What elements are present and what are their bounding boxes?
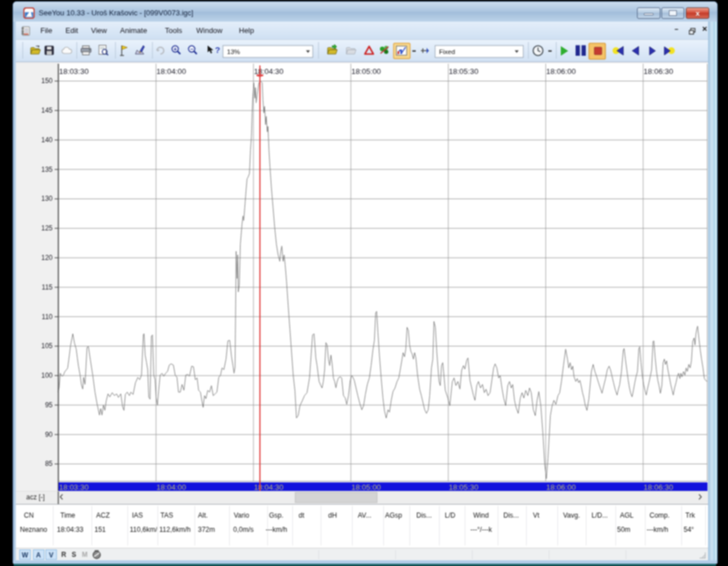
svg-text:110: 110 — [42, 313, 52, 321]
svg-text:85: 85 — [45, 460, 53, 468]
svg-text:13%: 13% — [227, 48, 240, 55]
svg-text:?: ? — [215, 45, 220, 55]
svg-text:18:05:00: 18:05:00 — [351, 67, 381, 76]
svg-text:18:03:30: 18:03:30 — [59, 483, 89, 491]
svg-text:18:06:30: 18:06:30 — [644, 67, 673, 76]
svg-text:135: 135 — [41, 166, 52, 173]
svg-text:18:04:30: 18:04:30 — [254, 483, 283, 491]
svg-text:140: 140 — [41, 136, 52, 144]
svg-text:acz [-]: acz [-] — [26, 493, 45, 501]
svg-text:125: 125 — [41, 224, 52, 232]
svg-text:120: 120 — [41, 254, 52, 262]
svg-text:18:03:30: 18:03:30 — [59, 67, 89, 76]
svg-text:18:06:00: 18:06:00 — [546, 67, 576, 76]
svg-text:+: + — [173, 46, 177, 52]
svg-text:105: 105 — [41, 342, 52, 350]
svg-text:145: 145 — [41, 106, 52, 114]
svg-text:18:06:30: 18:06:30 — [644, 483, 673, 491]
svg-text:18:04:00: 18:04:00 — [156, 483, 186, 491]
svg-text:18:04:00: 18:04:00 — [156, 67, 186, 76]
svg-text:18:05:30: 18:05:30 — [449, 67, 478, 76]
svg-text:18:05:30: 18:05:30 — [449, 483, 478, 491]
svg-text:150: 150 — [41, 77, 52, 85]
svg-text:100: 100 — [41, 371, 52, 379]
svg-text:95: 95 — [45, 401, 53, 409]
svg-text:18:05:00: 18:05:00 — [351, 483, 381, 491]
svg-text:115: 115 — [42, 283, 52, 291]
svg-text:90: 90 — [45, 431, 53, 439]
svg-text:130: 130 — [41, 195, 52, 203]
svg-text:18:06:00: 18:06:00 — [546, 483, 576, 491]
svg-text:−: − — [190, 46, 193, 52]
svg-text:Fixed: Fixed — [439, 48, 455, 55]
